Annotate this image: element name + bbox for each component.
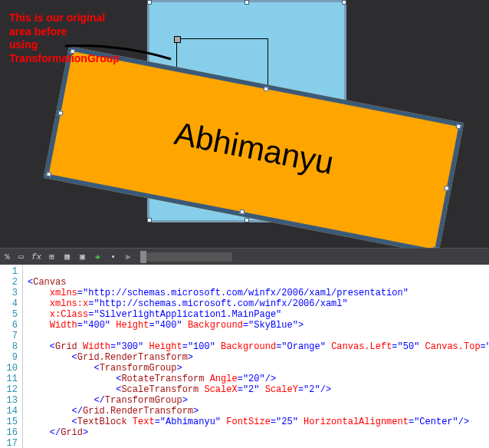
line-number: 2 [0,277,22,288]
grid-handle-se[interactable] [432,246,438,248]
line-number: 12 [0,384,22,395]
grid-handle-w[interactable] [58,110,64,116]
line-number: 16 [0,427,22,438]
line-number: 17 [0,438,22,448]
grid-handle-e[interactable] [444,185,449,190]
line-number: 14 [0,406,22,417]
grid-handle-s[interactable] [239,209,244,214]
line-number: 13 [0,395,22,406]
designer-toolbar: % ▭ fx ⊞ ▦ ▣ ✚ ▪ ▶ [0,248,489,265]
line-number: 8 [0,341,22,352]
line-gutter: 1234567891011121314151617 [0,265,23,448]
grid-handle-ne[interactable] [456,124,461,129]
line-number: 1 [0,266,22,277]
line-number: 6 [0,320,22,331]
line-number: 15 [0,417,22,427]
code-content[interactable]: <Canvas xmlns="http://schemas.microsoft.… [23,265,489,448]
grid-handle-n[interactable] [263,86,268,91]
grid-handle-sw[interactable] [46,172,51,177]
annotation-line-2: area before [9,25,120,39]
grid-toggle-button[interactable]: ⊞ [45,250,59,264]
designer-pane[interactable]: Abhimanyu This is our original area befo… [0,0,489,248]
zoom-fit-button[interactable]: ▭ [15,250,28,264]
snaplines-button[interactable]: ▣ [76,250,90,264]
line-number: 7 [0,331,22,341]
line-number: 10 [0,363,22,374]
code-editor[interactable]: 1234567891011121314151617 <Canvas xmlns=… [0,265,489,448]
annotation-line-1: This is our original [9,12,120,25]
line-number: 3 [0,288,22,298]
play-button[interactable]: ▶ [122,250,136,264]
line-number: 9 [0,352,22,363]
line-number: 11 [0,374,22,384]
line-number: 5 [0,309,22,320]
snap-toggle-button[interactable]: ▦ [61,250,74,264]
add-button[interactable]: ✚ [91,250,105,264]
effects-fx-button[interactable]: fx [30,250,44,264]
line-number: 4 [0,298,22,309]
annotation-arrow [65,42,176,67]
comment-button[interactable]: ▪ [107,250,120,264]
zoom-slider[interactable] [140,252,232,262]
zoom-percent-label: % [2,252,13,262]
